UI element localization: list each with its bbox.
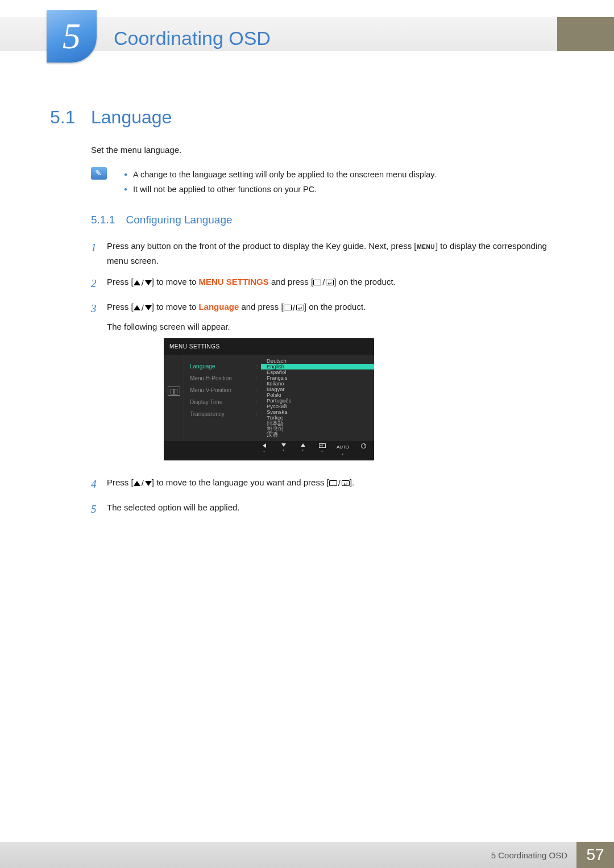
- up-down-icon: /: [134, 301, 152, 315]
- page-footer: 5 Coordinating OSD 57: [0, 842, 614, 868]
- source-enter-icon: /: [284, 301, 304, 315]
- page-content: 5.1 Language Set the menu language. ●A c…: [50, 107, 564, 525]
- osd-menu-item-colon: :: [256, 373, 258, 383]
- footer-page-number: 57: [576, 842, 614, 868]
- step-2: 2 Press [/] to move to MENU SETTINGS and…: [91, 275, 564, 293]
- chapter-title: Coordinating OSD: [114, 27, 271, 49]
- osd-menu-items: Language:Menu H-Position:Menu V-Position…: [184, 355, 261, 441]
- step-body: Press [/] to move to Language and press …: [107, 300, 564, 468]
- step-text: ] to move to: [152, 302, 199, 312]
- step-number: 3: [91, 300, 107, 468]
- step-text: and press [: [269, 277, 313, 286]
- section-title: Language: [91, 107, 172, 128]
- osd-menu-item-colon: :: [256, 409, 258, 419]
- osd-menu-item: Menu H-Position:: [190, 372, 258, 384]
- step-number: 4: [91, 475, 107, 493]
- step-1: 1 Press any button on the front of the p…: [91, 239, 564, 268]
- source-enter-icon: /: [329, 476, 350, 491]
- header-accent: [557, 17, 614, 51]
- osd-footer-down-icon: ▾: [279, 443, 289, 458]
- step-number: 5: [91, 500, 107, 518]
- osd-screenshot: MENU SETTINGS Language:Menu H-Position:M…: [164, 338, 564, 460]
- step-text: ] to move to: [152, 277, 199, 286]
- menu-keyword: MENU: [416, 244, 435, 250]
- up-down-icon: /: [134, 476, 152, 491]
- subsection-title: Configuring Language: [126, 214, 233, 226]
- language-keyword: Language: [198, 302, 239, 312]
- osd-header: MENU SETTINGS: [164, 338, 374, 355]
- osd-side-icon-column: [164, 355, 184, 441]
- osd-menu-item-label: Menu V-Position: [190, 385, 231, 395]
- osd-language-option: 汉语: [261, 432, 374, 438]
- footer-chapter-ref: 5 Coordinating OSD: [0, 842, 576, 868]
- note-block: ●A change to the language setting will o…: [91, 167, 564, 197]
- osd-footer-power-icon: [358, 443, 368, 458]
- osd-menu-item: Display Time:: [190, 396, 258, 408]
- step-text: Press [: [107, 477, 134, 487]
- note-item: ●A change to the language setting will o…: [124, 167, 436, 182]
- osd-footer-auto: AUTO▾: [337, 443, 349, 458]
- note-text: A change to the language setting will on…: [133, 170, 436, 179]
- step-text: Press [: [107, 302, 134, 312]
- step-text: Press any button on the front of the pro…: [107, 241, 416, 251]
- step-body: Press any button on the front of the pro…: [107, 239, 564, 268]
- osd-menu-item: Menu V-Position:: [190, 384, 258, 396]
- step-4: 4 Press [/] to move to the language you …: [91, 475, 564, 493]
- note-icon: [91, 167, 114, 197]
- osd-panel: MENU SETTINGS Language:Menu H-Position:M…: [164, 338, 374, 460]
- step-text: ].: [350, 477, 354, 487]
- osd-menu-item: Language:: [190, 360, 258, 372]
- note-item: ●It will not be applied to other functio…: [124, 182, 436, 197]
- step-5: 5 The selected option will be applied.: [91, 500, 564, 518]
- step-text: and press [: [239, 302, 283, 312]
- osd-menu-item-colon: :: [256, 362, 258, 371]
- step-body: Press [/] to move to the language you wa…: [107, 475, 564, 493]
- up-down-icon: /: [134, 276, 152, 290]
- osd-menu-item-colon: :: [256, 397, 258, 407]
- osd-menu-item-colon: :: [256, 385, 258, 395]
- step-3: 3 Press [/] to move to Language and pres…: [91, 300, 564, 468]
- osd-menu-item: Transparency:: [190, 408, 258, 420]
- osd-menu-item-label: Transparency: [190, 409, 225, 419]
- step-text: ] on the product.: [304, 302, 366, 312]
- section-number: 5.1: [50, 107, 91, 128]
- osd-side-icon: [168, 387, 180, 396]
- section-heading: 5.1 Language: [50, 107, 564, 128]
- osd-menu-item-label: Menu H-Position: [190, 373, 232, 383]
- note-list: ●A change to the language setting will o…: [124, 167, 436, 197]
- step-text: ] on the product.: [334, 277, 395, 286]
- osd-footer-up-icon: ▾: [298, 443, 308, 458]
- source-enter-icon: /: [313, 275, 334, 290]
- note-text: It will not be applied to other function…: [133, 185, 317, 194]
- step-body: The selected option will be applied.: [107, 500, 564, 518]
- osd-body: Language:Menu H-Position:Menu V-Position…: [164, 355, 374, 441]
- menu-settings-keyword: MENU SETTINGS: [198, 277, 268, 286]
- step-number: 1: [91, 239, 107, 268]
- step-text: ] to move to the language you want and p…: [152, 477, 329, 487]
- chapter-number-badge: 5: [47, 10, 97, 63]
- osd-menu-item-label: Language: [190, 362, 215, 371]
- osd-language-list: DeutschEnglishEspañolFrançaisItalianoMag…: [261, 355, 374, 441]
- osd-menu-item-label: Display Time: [190, 397, 222, 407]
- step-text: The following screen will appear.: [107, 319, 564, 334]
- osd-footer: ▾ ▾ ▾ ▾ AUTO▾: [164, 441, 374, 460]
- subsection-number: 5.1.1: [91, 214, 115, 226]
- osd-footer-back-icon: ▾: [259, 443, 269, 458]
- osd-footer-auto-label: AUTO: [337, 443, 349, 451]
- step-body: Press [/] to move to MENU SETTINGS and p…: [107, 275, 564, 293]
- step-number: 2: [91, 275, 107, 293]
- chapter-number: 5: [63, 15, 81, 57]
- steps-list: 1 Press any button on the front of the p…: [91, 239, 564, 518]
- osd-footer-enter-icon: ▾: [317, 443, 327, 458]
- subsection-heading: 5.1.1 Configuring Language: [91, 214, 564, 226]
- section-intro: Set the menu language.: [91, 145, 564, 155]
- step-text: Press [: [107, 277, 134, 286]
